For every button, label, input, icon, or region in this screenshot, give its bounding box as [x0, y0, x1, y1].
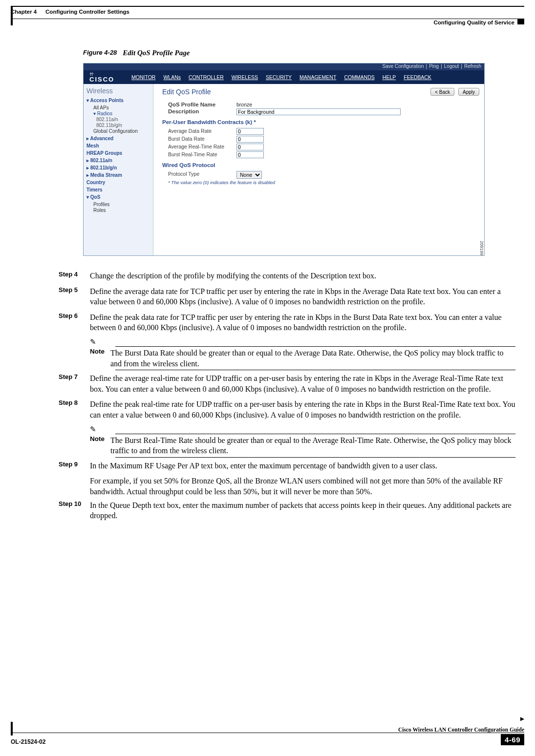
note-label: Note — [90, 435, 105, 456]
header-rule — [11, 6, 524, 7]
sidebar-80211bgn[interactable]: 802.11b/g/n — [86, 123, 150, 128]
figure-title: Edit QoS Profile Page — [123, 49, 190, 57]
header-sub-rule — [11, 19, 517, 19]
step-5-text: Define the average data rate for TCP tra… — [90, 286, 515, 307]
step-8-label: Step 8 — [59, 399, 83, 406]
image-id: 209199 — [479, 241, 484, 255]
sidebar-80211an[interactable]: 802.11a/n — [86, 117, 150, 122]
step-9-text: In the Maximum RF Usage Per AP text box,… — [90, 461, 437, 471]
footer-rule — [11, 733, 524, 733]
sidebar-mesh[interactable]: Mesh — [86, 143, 150, 148]
step-10-text: In the Queue Depth text box, enter the m… — [90, 500, 515, 521]
nav-controller[interactable]: CONTROLLER — [189, 74, 224, 80]
nav-commands[interactable]: COMMANDS — [344, 74, 374, 80]
sidebar-timers[interactable]: Timers — [86, 187, 150, 192]
ping-link[interactable]: Ping — [429, 63, 439, 70]
pencil-icon: ✎ — [90, 425, 515, 434]
avg-data-label: Average Data Rate — [168, 128, 236, 135]
bandwidth-section: Per-User Bandwidth Contracts (k) * — [162, 119, 479, 125]
top-sep: | — [461, 63, 462, 70]
scr-nav-bar: ·|··|·· CISCO MONITOR WLANs CONTROLLER W… — [84, 70, 484, 84]
page-header: Chapter 4 Configuring Controller Setting… — [11, 9, 524, 15]
main-nav: MONITOR WLANs CONTROLLER WIRELESS SECURI… — [131, 74, 431, 80]
save-config-link[interactable]: Save Configuration — [382, 63, 424, 70]
sidebar-all-aps[interactable]: All APs — [86, 105, 150, 110]
avg-rt-input[interactable] — [236, 144, 264, 150]
sidebar-country[interactable]: Country — [86, 180, 150, 185]
note-1: ✎ NoteThe Burst Data Rate should be grea… — [90, 338, 515, 370]
sidebar-profiles[interactable]: Profiles — [86, 202, 150, 207]
sidebar-qos[interactable]: ▾ QoS — [86, 194, 150, 200]
step-7-text: Define the average real-time rate for UD… — [90, 373, 515, 394]
step-8-text: Define the peak real-time rate for UDP t… — [90, 399, 515, 420]
section-title: Configuring Quality of Service — [434, 20, 515, 25]
sidebar-title: Wireless — [86, 87, 150, 95]
nav-feedback[interactable]: FEEDBACK — [404, 74, 431, 80]
description-label: Description — [168, 108, 236, 115]
back-button[interactable]: < Back — [430, 88, 454, 96]
burst-rt-label: Burst Real-Time Rate — [168, 151, 236, 158]
footer-arrow-icon — [520, 715, 524, 722]
scr-top-bar: Save Configuration | Ping | Logout | Ref… — [84, 63, 484, 70]
burst-data-input[interactable] — [236, 136, 264, 143]
protocol-select[interactable]: None — [236, 171, 262, 179]
step-9-extra: For example, if you set 50% for Bronze Q… — [90, 476, 515, 497]
avg-rt-label: Average Real-Time Rate — [168, 144, 236, 150]
step-7-label: Step 7 — [59, 373, 83, 380]
sidebar-80211an[interactable]: ▸ 802.11a/n — [86, 158, 150, 163]
sidebar-global-config[interactable]: Global Configuration — [86, 128, 150, 134]
figure-number: Figure 4-28 — [83, 49, 117, 57]
figure-caption: Figure 4-28 Edit QoS Profile Page — [83, 49, 515, 57]
nav-wlans[interactable]: WLANs — [163, 74, 181, 80]
avg-data-input[interactable] — [236, 128, 264, 135]
note-1-text: The Burst Data Rate should be greater th… — [110, 348, 515, 369]
apply-button[interactable]: Apply — [458, 88, 479, 96]
embedded-screenshot: Save Configuration | Ping | Logout | Ref… — [83, 63, 485, 256]
page-number: 4-69 — [501, 734, 524, 745]
wired-section: Wired QoS Protocol — [162, 162, 479, 168]
sidebar-advanced[interactable]: ▸ Advanced — [86, 136, 150, 141]
sidebar-access-points[interactable]: ▾ Access Points — [86, 98, 150, 103]
sidebar-roles[interactable]: Roles — [86, 208, 150, 213]
burst-rt-input[interactable] — [236, 151, 264, 158]
top-sep: | — [441, 63, 442, 70]
nav-wireless[interactable]: WIRELESS — [232, 74, 258, 80]
description-input[interactable] — [236, 108, 401, 115]
nav-management[interactable]: MANAGEMENT — [300, 74, 336, 80]
sidebar-80211bgn[interactable]: ▸ 802.11b/g/n — [86, 165, 150, 170]
protocol-label: Protocol Type — [168, 171, 236, 179]
nav-monitor[interactable]: MONITOR — [131, 74, 155, 80]
step-5-label: Step 5 — [59, 286, 83, 294]
step-6-text: Define the peak data rate for TCP traffi… — [90, 312, 515, 333]
burst-data-label: Burst Data Rate — [168, 136, 236, 143]
top-sep: | — [426, 63, 428, 70]
refresh-link[interactable]: Refresh — [464, 63, 481, 70]
note-2: ✎ NoteThe Burst Real-Time Rate should be… — [90, 425, 515, 458]
logout-link[interactable]: Logout — [444, 63, 459, 70]
step-6-label: Step 6 — [59, 312, 83, 319]
note-label: Note — [90, 348, 105, 369]
note-2-text: The Burst Real-Time Rate should be great… — [110, 435, 515, 456]
step-9-label: Step 9 — [59, 461, 83, 468]
nav-help[interactable]: HELP — [383, 74, 396, 80]
sidebar: Wireless ▾ Access Points All APs ▾ Radio… — [84, 84, 153, 255]
qos-name-label: QoS Profile Name — [168, 102, 236, 107]
header-box — [517, 19, 524, 24]
chapter-title: Configuring Controller Settings — [45, 9, 129, 15]
qos-name-value: bronze — [236, 102, 252, 107]
step-10-label: Step 10 — [59, 500, 83, 507]
nav-security[interactable]: SECURITY — [266, 74, 292, 80]
main-pane: Edit QoS Profile < Back Apply QoS Profil… — [153, 84, 484, 255]
cisco-logo: ·|··|·· CISCO — [89, 71, 128, 83]
footer-doc-id: OL-21524-02 — [11, 738, 45, 745]
pencil-icon: ✎ — [90, 338, 515, 346]
page-heading: Edit QoS Profile — [162, 88, 211, 96]
chapter-label: Chapter 4 — [11, 9, 37, 15]
sidebar-radios[interactable]: ▾ Radios — [86, 111, 150, 116]
sidebar-media-stream[interactable]: ▸ Media Stream — [86, 172, 150, 178]
footer-book-title: Cisco Wireless LAN Controller Configurat… — [398, 727, 524, 733]
zero-note: * The value zero (0) indicates the featu… — [162, 180, 479, 185]
step-4-label: Step 4 — [59, 271, 83, 278]
sidebar-hreap[interactable]: HREAP Groups — [86, 150, 150, 156]
step-4-text: Change the description of the profile by… — [90, 271, 376, 281]
